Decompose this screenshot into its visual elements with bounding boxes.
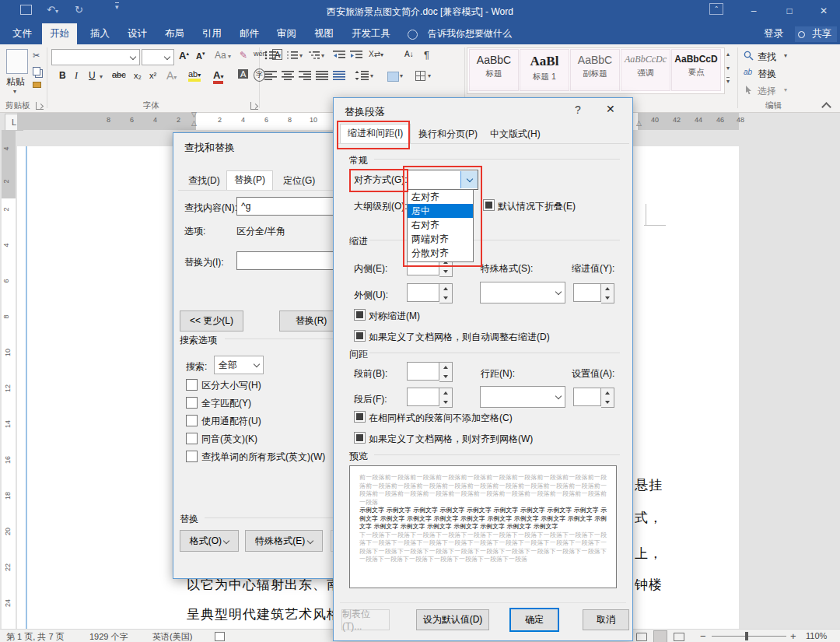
tab-file[interactable]: 文件 xyxy=(5,23,40,44)
character-shading-icon[interactable]: A xyxy=(238,69,248,79)
ribbon-display-options-icon[interactable]: ⌃ xyxy=(709,3,723,15)
paste-dropdown-icon[interactable]: ▾ xyxy=(13,88,16,95)
language-indicator[interactable]: 英语(美国) xyxy=(152,631,192,642)
collapsed-by-default-checkbox[interactable] xyxy=(483,199,495,211)
alignment-combo-arrow[interactable] xyxy=(460,171,478,188)
share-button[interactable]: 共享 xyxy=(804,23,839,44)
mirror-indents-checkbox[interactable] xyxy=(354,309,366,321)
tab-review[interactable]: 审阅 xyxy=(269,23,304,44)
whole-word-checkbox[interactable] xyxy=(186,397,198,409)
clipboard-dialog-launcher-icon[interactable] xyxy=(36,102,44,110)
bullets-icon[interactable] xyxy=(264,51,277,62)
wildcards-checkbox[interactable] xyxy=(186,415,198,426)
style-item-strong[interactable]: AaBbCcD 要点 xyxy=(671,49,721,91)
shrink-font-icon[interactable]: A▾ xyxy=(196,51,205,61)
indent-by-spinner[interactable] xyxy=(573,283,614,303)
shading-icon[interactable] xyxy=(387,72,399,82)
enclose-characters-icon[interactable]: 字 xyxy=(254,68,265,82)
tab-developer[interactable]: 开发工具 xyxy=(344,23,398,44)
style-item-emphasis[interactable]: AaBbCcDc 强调 xyxy=(621,49,670,91)
tab-references[interactable]: 引用 xyxy=(194,23,229,44)
zoom-slider-thumb[interactable] xyxy=(745,632,748,640)
collapse-ribbon-icon[interactable] xyxy=(821,102,831,112)
font-color-icon[interactable]: A▾ xyxy=(213,69,223,84)
align-left-icon[interactable] xyxy=(264,71,277,82)
close-icon[interactable]: ✕ xyxy=(606,103,615,115)
decrease-indent-icon[interactable] xyxy=(333,51,345,62)
zoom-out-button[interactable]: − xyxy=(700,630,706,642)
option-align-center[interactable]: 居中 xyxy=(408,204,473,218)
option-distribute[interactable]: 分散对齐 xyxy=(408,246,473,260)
show-marks-icon[interactable]: ¶ xyxy=(424,49,429,61)
vertical-ruler[interactable]: 4 2 2 4 6 8 10 12 14 16 18 20 22 24 xyxy=(2,130,16,629)
maximize-button[interactable]: □ xyxy=(779,2,800,19)
tell-me-box[interactable]: 告诉我你想要做什么 xyxy=(420,23,520,44)
align-center-icon[interactable] xyxy=(282,71,294,82)
highlight-color-icon[interactable]: ab▾ xyxy=(188,69,201,82)
cut-icon[interactable]: ✂ xyxy=(33,51,40,61)
line-spacing-combobox[interactable] xyxy=(480,386,565,408)
borders-dropdown-icon[interactable]: ▾ xyxy=(428,72,431,79)
minimize-button[interactable]: – xyxy=(744,2,764,19)
italic-button[interactable]: I xyxy=(75,70,78,82)
tab-mailings[interactable]: 邮件 xyxy=(232,23,267,44)
page-indicator[interactable]: 第 1 页, 共 7 页 xyxy=(6,631,65,642)
styles-more-icon[interactable]: ▾ xyxy=(726,77,730,85)
font-name-combobox[interactable] xyxy=(51,49,140,65)
tab-indents-spacing[interactable]: 缩进和间距(I) xyxy=(340,124,411,144)
increase-indent-icon[interactable] xyxy=(350,51,362,62)
macro-recording-icon[interactable] xyxy=(215,632,225,641)
numbering-dropdown-icon[interactable]: ▾ xyxy=(299,52,303,59)
tab-home[interactable]: 开始 xyxy=(42,23,77,44)
select-button[interactable]: 选择 xyxy=(758,85,776,98)
word-forms-checkbox[interactable] xyxy=(186,451,198,462)
read-mode-icon[interactable] xyxy=(636,633,647,641)
sign-in-button[interactable]: 登录 xyxy=(756,23,791,44)
special-format-combobox[interactable] xyxy=(480,282,565,303)
tab-layout[interactable]: 布局 xyxy=(157,23,192,44)
multilevel-list-icon[interactable] xyxy=(308,51,320,62)
style-item-title[interactable]: AaBbC 标题 xyxy=(469,49,519,91)
search-scope-combobox[interactable]: 全部 xyxy=(214,356,264,374)
option-align-right[interactable]: 右对齐 xyxy=(408,218,473,232)
shading-dropdown-icon[interactable]: ▾ xyxy=(400,72,403,79)
right-indent-marker[interactable]: △ xyxy=(636,119,642,127)
close-button[interactable]: ✕ xyxy=(814,2,834,19)
font-dialog-launcher-icon[interactable] xyxy=(250,102,258,110)
space-after-spinner[interactable] xyxy=(407,388,453,408)
bold-button[interactable]: B xyxy=(59,70,66,81)
copy-icon[interactable] xyxy=(33,67,40,75)
find-button[interactable]: 查找 xyxy=(758,51,776,64)
align-right-icon[interactable] xyxy=(299,71,311,82)
line-spacing-icon[interactable] xyxy=(355,71,369,82)
format-painter-icon[interactable] xyxy=(33,82,41,88)
underline-dropdown-icon[interactable]: ▾ xyxy=(100,73,103,80)
tab-design[interactable]: 设计 xyxy=(120,23,155,44)
find-dropdown-icon[interactable]: ▾ xyxy=(784,52,787,59)
no-space-same-style-checkbox[interactable] xyxy=(354,411,366,423)
sort-icon[interactable]: A↓ xyxy=(404,50,414,58)
text-effects-icon[interactable]: A▾ xyxy=(166,69,177,82)
line-spacing-dropdown-icon[interactable]: ▾ xyxy=(370,72,373,79)
print-layout-icon[interactable] xyxy=(653,630,667,642)
strikethrough-button[interactable]: abc xyxy=(112,70,126,79)
tab-view[interactable]: 视图 xyxy=(306,23,341,44)
paste-button[interactable]: 粘贴 xyxy=(6,75,25,89)
dialog-title[interactable]: 替换段落 xyxy=(345,105,385,119)
ok-button[interactable]: 确定 xyxy=(509,608,559,632)
tab-goto[interactable]: 定位(G) xyxy=(276,172,322,190)
clear-format-icon[interactable]: ✎ xyxy=(240,50,247,61)
tab-insert[interactable]: 插入 xyxy=(82,23,117,44)
font-size-combobox[interactable] xyxy=(142,49,174,65)
at-spinner[interactable] xyxy=(573,388,614,408)
special-button[interactable]: 特殊格式(E) xyxy=(245,530,323,552)
help-icon[interactable]: ? xyxy=(575,103,581,116)
tab-line-page-breaks[interactable]: 换行和分页(P) xyxy=(411,125,485,143)
zoom-in-button[interactable]: + xyxy=(790,630,796,642)
distribute-icon[interactable] xyxy=(333,71,345,82)
subscript-button[interactable]: x₂ xyxy=(134,71,142,80)
grow-font-icon[interactable]: A▴ xyxy=(179,50,189,61)
less-button[interactable]: << 更少(L) xyxy=(180,310,243,332)
tab-find[interactable]: 查找(D) xyxy=(181,172,227,190)
justify-icon[interactable] xyxy=(316,71,328,82)
